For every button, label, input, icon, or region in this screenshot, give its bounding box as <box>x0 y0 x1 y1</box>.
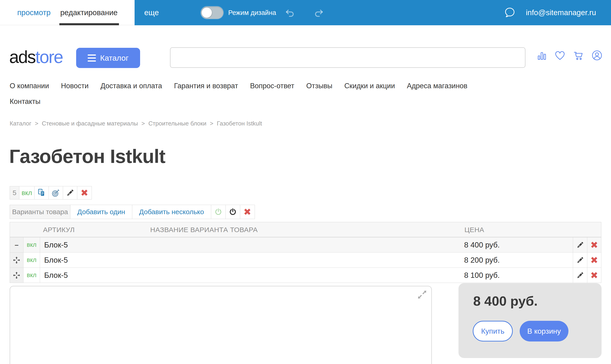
support-email[interactable]: info@sitemanager.ru <box>526 0 596 25</box>
block-status-toggle[interactable]: вкл <box>19 186 35 199</box>
delete-block-button[interactable]: ✖ <box>77 186 92 199</box>
pencil-icon <box>576 256 584 264</box>
table-row: вкл Блок-5 8 100 руб. ✖ <box>10 268 601 283</box>
copy-block-button[interactable] <box>35 186 49 199</box>
main-nav-row-1: О компании Новости Доставка и оплата Гар… <box>10 82 467 90</box>
site-logo[interactable]: adstore <box>9 47 63 67</box>
power-on-icon <box>214 208 222 216</box>
row-article: Блок-5 <box>40 237 464 252</box>
nav-item-about[interactable]: О компании <box>10 82 49 90</box>
product-price: 8 400 руб. <box>473 293 538 309</box>
logo-part-dark: ads <box>9 47 35 67</box>
nav-item-faq[interactable]: Вопрос-ответ <box>250 82 294 90</box>
row-price: 8 400 руб. <box>464 237 573 252</box>
row-edit-button[interactable] <box>573 237 587 252</box>
wishlist-heart-icon[interactable] <box>554 50 566 61</box>
power-off-icon <box>229 208 237 216</box>
toggle-knob <box>202 8 212 18</box>
variants-tab-label: Варианты товара <box>10 205 70 219</box>
pencil-icon <box>576 271 584 279</box>
row-price: 8 100 руб. <box>464 268 573 283</box>
breadcrumb-catalog[interactable]: Каталог <box>10 120 31 127</box>
breadcrumb-blocks[interactable]: Строительные блоки <box>148 120 206 127</box>
target-settings-button[interactable] <box>49 186 63 199</box>
nav-item-reviews[interactable]: Отзывы <box>306 82 332 90</box>
row-status-toggle[interactable]: вкл <box>24 237 40 252</box>
column-header-article: АРТИКУЛ <box>43 222 75 237</box>
hamburger-icon <box>88 54 96 62</box>
account-user-icon[interactable] <box>591 50 603 61</box>
delete-variants-button[interactable]: ✖ <box>240 205 255 219</box>
breadcrumb-separator: > <box>141 120 145 127</box>
row-delete-button[interactable]: ✖ <box>587 268 601 283</box>
add-many-variants-link[interactable]: Добавить несколько <box>132 205 211 219</box>
row-article: Блок-5 <box>40 253 464 268</box>
buy-button[interactable]: Купить <box>473 321 513 341</box>
main-nav-row-2: Контакты <box>10 97 41 106</box>
row-drag-handle[interactable] <box>10 268 24 283</box>
delete-x-icon: ✖ <box>81 188 88 197</box>
cart-icon[interactable] <box>572 50 584 61</box>
pencil-icon <box>576 241 584 249</box>
cms-topbar: просмотр редактирование еще Режим дизайн… <box>0 0 611 25</box>
breadcrumb-wall-materials[interactable]: Стеновые и фасадные материалы <box>42 120 138 127</box>
chat-icon[interactable] <box>503 6 516 19</box>
breadcrumb-separator: > <box>35 120 38 127</box>
nav-item-news[interactable]: Новости <box>61 82 89 90</box>
target-icon <box>52 188 60 197</box>
row-edit-button[interactable] <box>573 253 587 268</box>
catalog-button[interactable]: Каталог <box>76 48 140 68</box>
table-row: – вкл Блок-5 8 400 руб. ✖ <box>10 237 601 252</box>
row-article: Блок-5 <box>40 268 464 283</box>
product-image-placeholder <box>10 286 432 364</box>
variants-table-header: АРТИКУЛ НАЗВАНИЕ ВАРИАНТА ТОВАРА ЦЕНА <box>10 222 601 237</box>
row-edit-button[interactable] <box>573 268 587 283</box>
design-mode-toggle[interactable] <box>201 6 223 19</box>
pencil-icon <box>66 189 74 197</box>
block-index-badge: 5 <box>10 186 19 199</box>
tab-preview[interactable]: просмотр <box>17 0 51 25</box>
row-drag-handle[interactable] <box>10 253 24 268</box>
row-delete-button[interactable]: ✖ <box>587 237 601 252</box>
compare-stats-icon[interactable] <box>536 50 548 61</box>
row-price: 8 200 руб. <box>464 253 573 268</box>
minus-icon: – <box>15 241 19 249</box>
table-row: вкл Блок-5 8 200 руб. ✖ <box>10 252 601 268</box>
undo-icon[interactable] <box>284 7 295 18</box>
variants-table: АРТИКУЛ НАЗВАНИЕ ВАРИАНТА ТОВАРА ЦЕНА – … <box>10 222 601 283</box>
edit-block-button[interactable] <box>63 186 77 199</box>
row-status-toggle[interactable]: вкл <box>24 253 40 268</box>
design-mode-label: Режим дизайна <box>228 0 276 25</box>
nav-item-addresses[interactable]: Адреса магазинов <box>407 82 467 90</box>
disable-all-button[interactable] <box>226 205 240 219</box>
row-status-toggle[interactable]: вкл <box>24 268 40 283</box>
expand-icon[interactable] <box>416 289 428 300</box>
more-menu[interactable]: еще <box>144 0 159 25</box>
column-header-name: НАЗВАНИЕ ВАРИАНТА ТОВАРА <box>150 222 258 237</box>
variants-toolbar: Варианты товара Добавить один Добавить н… <box>10 205 255 219</box>
nav-item-discounts[interactable]: Скидки и акции <box>344 82 395 90</box>
search-input[interactable] <box>170 47 525 68</box>
delete-x-icon: ✖ <box>243 207 251 217</box>
product-buy-card: 8 400 руб. Купить В корзину <box>459 283 602 358</box>
row-delete-button[interactable]: ✖ <box>587 253 601 268</box>
breadcrumb-separator: > <box>210 120 213 127</box>
catalog-button-label: Каталог <box>100 53 129 63</box>
nav-item-contacts[interactable]: Контакты <box>10 97 41 106</box>
breadcrumb: Каталог > Стеновые и фасадные материалы … <box>10 120 262 127</box>
logo-part-blue: tore <box>35 47 63 67</box>
redo-icon[interactable] <box>313 7 324 18</box>
nav-item-delivery[interactable]: Доставка и оплата <box>101 82 162 90</box>
copy-icon <box>37 188 46 197</box>
delete-x-icon: ✖ <box>590 271 598 280</box>
row-collapse-handle[interactable]: – <box>10 237 24 252</box>
delete-x-icon: ✖ <box>590 256 598 265</box>
nav-item-warranty[interactable]: Гарантия и возврат <box>174 82 238 90</box>
delete-x-icon: ✖ <box>590 240 598 249</box>
add-one-variant-link[interactable]: Добавить один <box>70 205 132 219</box>
page-title: Газобетон Istkult <box>9 145 165 168</box>
breadcrumb-current: Газобетон Istkult <box>217 120 262 127</box>
add-to-cart-button[interactable]: В корзину <box>520 321 569 341</box>
tab-edit-active[interactable]: редактирование <box>60 0 118 25</box>
enable-all-button[interactable] <box>211 205 226 219</box>
